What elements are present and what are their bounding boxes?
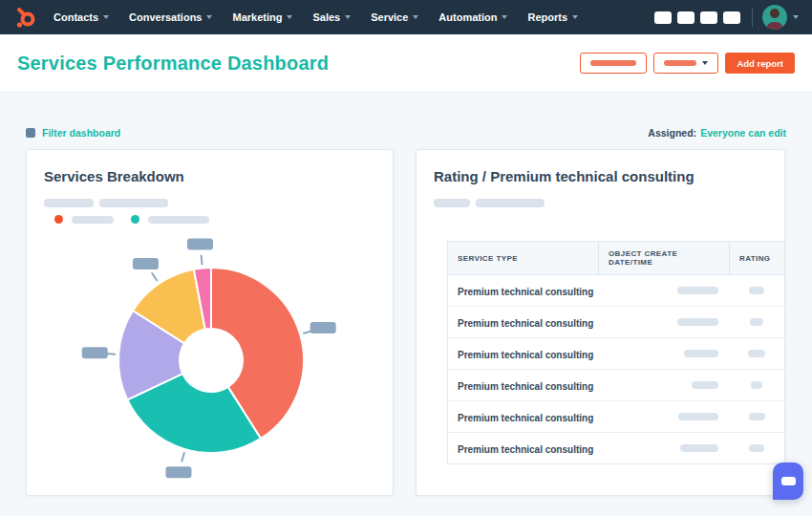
redacted-rating-value	[751, 381, 762, 389]
redacted-text-bar	[476, 199, 545, 207]
nav-item-conversations[interactable]: Conversations	[129, 11, 212, 23]
cell-service-type: Premium technical consulting	[458, 350, 593, 360]
rating-table: SERVICE TYPE OBJECT CREATE DATE/TIME RAT…	[447, 241, 785, 464]
legend-color-dot	[131, 215, 139, 224]
header-action-button-1[interactable]	[580, 53, 647, 74]
redacted-date-value	[678, 413, 718, 420]
filter-dashboard-label: Filter dashboard	[42, 127, 120, 139]
redacted-rating-value	[749, 413, 765, 420]
redacted-rating-value	[750, 318, 763, 326]
toolbar-icon-2[interactable]	[677, 11, 694, 24]
chat-bubble-icon	[781, 477, 796, 485]
legend-item[interactable]	[54, 215, 114, 224]
data-label-leader-line	[202, 255, 203, 264]
cell-service-type: Premium technical consulting	[458, 444, 593, 455]
redacted-legend-label	[148, 216, 209, 224]
card-subtitle-redacted	[44, 199, 168, 207]
legend-color-dot	[54, 215, 63, 224]
cell-service-type: Premium technical consulting	[458, 381, 593, 392]
redacted-button-label	[664, 60, 696, 66]
legend-item[interactable]	[131, 215, 209, 224]
chevron-down-icon	[103, 15, 109, 19]
rating-table-body: Premium technical consultingPremium tech…	[448, 275, 785, 464]
nav-item-automation[interactable]: Automation	[438, 11, 507, 23]
hubspot-sprocket-icon[interactable]	[13, 5, 38, 30]
redacted-data-label	[133, 258, 159, 269]
nav-right	[649, 5, 799, 30]
table-row: Premium technical consulting	[448, 433, 785, 464]
nav-item-label: Service	[371, 11, 408, 23]
table-row: Premium technical consulting	[448, 307, 785, 338]
card-title: Rating / Premium technical consulting	[434, 168, 694, 184]
redacted-legend-label	[72, 216, 114, 224]
nav-item-label: Reports	[527, 11, 567, 23]
table-row: Premium technical consulting	[448, 370, 785, 401]
redacted-date-value	[692, 381, 718, 389]
assigned-label: Assigned:	[648, 127, 696, 139]
data-label-leader-line	[182, 453, 184, 462]
nav-item-sales[interactable]: Sales	[312, 11, 351, 23]
redacted-rating-value	[749, 444, 764, 452]
page-title: Services Performance Dashboard	[17, 53, 329, 75]
filter-icon	[26, 128, 35, 138]
services-breakdown-card: Services Breakdown	[26, 149, 394, 496]
redacted-data-label	[165, 466, 191, 478]
nav-item-label: Conversations	[129, 11, 202, 23]
redacted-date-value	[684, 350, 718, 357]
filter-row: Filter dashboard Assigned:Everyone can e…	[26, 127, 786, 139]
chart-legend	[54, 215, 209, 224]
avatar-body	[766, 22, 783, 30]
redacted-date-value	[680, 444, 718, 452]
chevron-down-icon	[793, 15, 799, 19]
user-avatar[interactable]	[762, 5, 787, 30]
chevron-down-icon	[345, 15, 351, 19]
chevron-down-icon	[702, 61, 708, 65]
toolbar-icon-4[interactable]	[723, 11, 740, 24]
redacted-button-label	[590, 60, 636, 66]
column-header-service-type[interactable]: SERVICE TYPE	[448, 242, 599, 275]
nav-item-label: Marketing	[232, 11, 282, 23]
column-header-create-date[interactable]: OBJECT CREATE DATE/TIME	[599, 242, 730, 275]
chevron-down-icon	[413, 15, 418, 19]
chat-launcher-button[interactable]	[773, 462, 803, 500]
nav-item-reports[interactable]: Reports	[527, 11, 578, 23]
redacted-text-bar	[44, 199, 94, 207]
toolbar-icon-3[interactable]	[700, 11, 717, 24]
data-label-leader-line	[152, 273, 157, 280]
chevron-down-icon	[287, 15, 292, 19]
cell-service-type: Premium technical consulting	[458, 287, 593, 297]
avatar-head	[770, 9, 780, 18]
table-row: Premium technical consulting	[448, 338, 785, 370]
page-header: Services Performance Dashboard Add repor…	[0, 34, 812, 93]
toolbar-icon-1[interactable]	[654, 11, 672, 24]
redacted-text-bar	[99, 199, 168, 207]
rating-table-wrap: SERVICE TYPE OBJECT CREATE DATE/TIME RAT…	[447, 241, 784, 464]
nav-item-marketing[interactable]: Marketing	[232, 11, 292, 23]
column-header-rating[interactable]: RATING	[730, 242, 785, 275]
cell-service-type: Premium technical consulting	[458, 413, 593, 423]
nav-item-service[interactable]: Service	[371, 11, 418, 23]
header-actions: Add report	[580, 53, 795, 74]
header-action-dropdown[interactable]	[653, 53, 718, 74]
redacted-rating-value	[749, 287, 764, 294]
top-nav: ContactsConversationsMarketingSalesServi…	[0, 0, 812, 34]
assigned-value-link[interactable]: Everyone can edit	[700, 127, 786, 139]
nav-item-label: Sales	[312, 11, 340, 23]
redacted-data-label	[310, 322, 336, 333]
filter-dashboard-link[interactable]: Filter dashboard	[26, 127, 120, 139]
table-row: Premium technical consulting	[448, 401, 785, 433]
add-report-button[interactable]: Add report	[725, 53, 795, 74]
chevron-down-icon	[572, 15, 578, 19]
chevron-down-icon	[502, 15, 507, 19]
redacted-date-value	[677, 287, 718, 294]
redacted-data-label	[187, 239, 213, 250]
table-row: Premium technical consulting	[448, 275, 785, 307]
redacted-data-label	[82, 347, 108, 358]
donut-chart	[27, 232, 395, 492]
nav-item-contacts[interactable]: Contacts	[53, 11, 109, 23]
redacted-date-value	[677, 318, 718, 326]
redacted-text-bar	[434, 199, 470, 207]
nav-menu: ContactsConversationsMarketingSalesServi…	[53, 11, 598, 23]
nav-item-label: Automation	[438, 11, 497, 23]
assigned-info: Assigned:Everyone can edit	[648, 127, 786, 139]
